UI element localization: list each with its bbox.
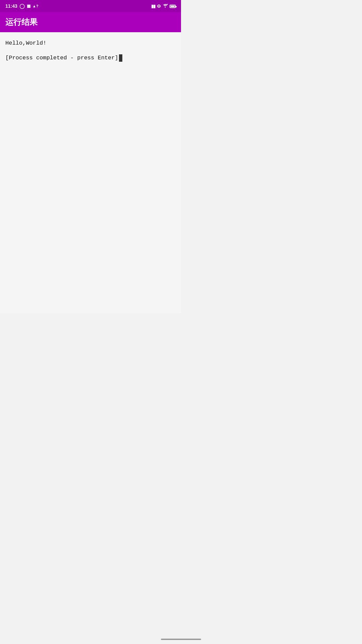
toolbar: 运行结果 [0, 12, 181, 32]
process-completed-text: [Process completed - press Enter] [5, 55, 118, 61]
page-title: 运行结果 [5, 17, 38, 28]
battery-icon [170, 4, 176, 9]
output-content: Hello,World! [Process completed - press … [0, 32, 181, 313]
svg-point-0 [165, 6, 166, 7]
vibrate-icon: ▮▮ [151, 4, 155, 9]
minus-circle-icon: ⊖ [157, 3, 161, 9]
cursor-block [119, 54, 122, 62]
output-line-2: [Process completed - press Enter] [5, 54, 176, 62]
output-line-1: Hello,World! [5, 39, 176, 48]
wifi-x-icon [163, 4, 168, 9]
status-left: 11:43 ◯ ▦ ▲? [5, 3, 38, 9]
status-bar: 11:43 ◯ ▦ ▲? ▮▮ ⊖ [0, 0, 181, 12]
wifi-question-icon: ▲? [33, 4, 39, 8]
status-time: 11:43 [5, 3, 17, 9]
phone-icon: ▦ [27, 4, 31, 8]
status-right: ▮▮ ⊖ [151, 3, 176, 9]
logo-icon: ◯ [19, 3, 25, 9]
